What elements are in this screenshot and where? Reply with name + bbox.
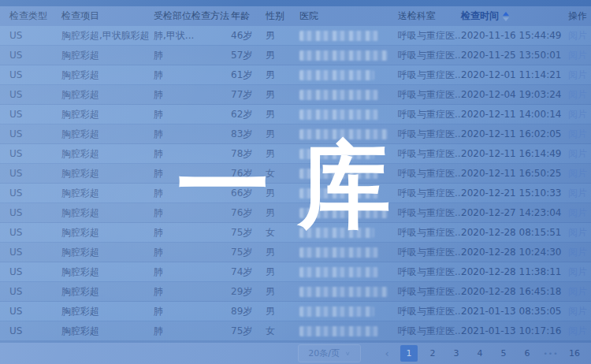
view-images-link[interactable]: 阅片 xyxy=(568,128,587,139)
view-images-link[interactable]: 阅片 xyxy=(568,207,587,218)
column-header-actions: 操作 xyxy=(557,9,591,23)
cell-exam-time: 2021-01-13 08:35:05 xyxy=(450,306,557,317)
cell-department: 呼吸与重症医... xyxy=(387,49,450,62)
cell-exam-type: US xyxy=(0,266,50,277)
cell-department: 呼吸与重症医... xyxy=(387,246,450,259)
cell-body-part: 肺 xyxy=(143,206,180,220)
cell-exam-type: US xyxy=(0,325,50,336)
prev-page-button[interactable]: ‹ xyxy=(378,345,396,362)
cell-hospital xyxy=(288,31,387,41)
view-images-link[interactable]: 阅片 xyxy=(568,286,587,297)
cell-department: 呼吸与重症医... xyxy=(387,88,450,102)
hospital-redacted-blur xyxy=(299,247,378,258)
cell-exam-time: 2020-12-11 16:02:05 xyxy=(450,128,557,139)
table-row: US 胸腔彩超 肺 89岁 男 呼吸与重症医... 2021-01-13 08:… xyxy=(0,302,591,321)
more-pages-button[interactable]: ••• xyxy=(542,345,559,362)
cell-gender: 男 xyxy=(255,285,288,299)
cell-gender: 男 xyxy=(255,69,288,82)
table-row: US 胸腔彩超 肺 62岁 男 呼吸与重症医... 2020-12-11 14:… xyxy=(0,105,591,124)
hospital-redacted-blur xyxy=(299,306,374,317)
cell-hospital xyxy=(288,306,387,317)
cell-exam-type: US xyxy=(0,286,50,297)
page-button-6[interactable]: 6 xyxy=(519,345,536,362)
cell-exam-type: US xyxy=(0,30,50,41)
cell-exam-time: 2020-12-04 19:03:24 xyxy=(450,89,557,100)
cell-exam-item: 胸腔彩超 xyxy=(50,226,143,240)
page-button-4[interactable]: 4 xyxy=(471,345,489,362)
hospital-redacted-blur xyxy=(299,31,378,41)
hospital-redacted-blur xyxy=(299,50,388,61)
column-header-age: 年龄 xyxy=(220,9,255,23)
view-images-link[interactable]: 阅片 xyxy=(568,247,587,258)
cell-exam-type: US xyxy=(0,89,50,100)
page-size-select[interactable]: 20条/页 ∨ xyxy=(298,344,361,362)
cell-age: 62岁 xyxy=(220,108,255,121)
page-button-3[interactable]: 3 xyxy=(448,345,465,362)
cell-exam-item: 胸腔彩超 xyxy=(50,49,143,62)
view-images-link[interactable]: 阅片 xyxy=(568,168,587,179)
column-header-exam-item: 检查项目 xyxy=(50,9,143,23)
pagination-bar: 20条/页 ∨ ‹ 123456•••16 xyxy=(0,341,591,364)
cell-gender: 男 xyxy=(255,49,288,62)
cell-exam-item: 胸腔彩超,甲状腺彩超 xyxy=(50,29,143,43)
cell-body-part: 肺 xyxy=(143,187,180,200)
cell-exam-item: 胸腔彩超 xyxy=(50,128,143,141)
view-images-link[interactable]: 阅片 xyxy=(568,69,587,80)
cell-exam-type: US xyxy=(0,148,50,159)
page-size-label: 20条/页 xyxy=(308,347,340,359)
cell-age: 46岁 xyxy=(220,29,255,43)
sort-caret[interactable] xyxy=(503,12,509,21)
cell-exam-item: 胸腔彩超 xyxy=(50,325,143,338)
cell-exam-time: 2020-12-28 08:15:51 xyxy=(450,227,557,238)
cell-exam-type: US xyxy=(0,188,50,199)
cell-exam-time: 2020-12-28 11:38:11 xyxy=(450,266,557,277)
cell-age: 29岁 xyxy=(220,285,255,299)
cell-age: 57岁 xyxy=(220,49,255,62)
page-button-1[interactable]: 1 xyxy=(400,345,418,362)
cell-exam-item: 胸腔彩超 xyxy=(50,69,143,82)
cell-age: 75岁 xyxy=(220,325,255,338)
cell-body-part: 肺 xyxy=(143,226,180,240)
view-images-link[interactable]: 阅片 xyxy=(568,325,587,336)
hospital-redacted-blur xyxy=(299,267,378,277)
hospital-redacted-blur xyxy=(299,110,378,120)
cell-body-part: 肺 xyxy=(143,108,180,121)
cell-department: 呼吸与重症医... xyxy=(387,108,450,121)
column-header-body-part: 受检部位 xyxy=(143,9,180,23)
column-header-exam-type: 检查类型 xyxy=(0,9,50,23)
hospital-redacted-blur xyxy=(299,70,374,80)
cell-body-part: 肺 xyxy=(143,69,180,82)
view-images-link[interactable]: 阅片 xyxy=(568,30,587,41)
cell-hospital xyxy=(288,247,387,258)
view-images-link[interactable]: 阅片 xyxy=(568,109,587,120)
cell-body-part: 肺 xyxy=(143,285,180,299)
view-images-link[interactable]: 阅片 xyxy=(568,306,587,317)
view-images-link[interactable]: 阅片 xyxy=(568,148,587,159)
cell-exam-time: 2020-12-27 14:23:04 xyxy=(450,207,557,218)
column-header-exam-time[interactable]: 检查时间 xyxy=(450,9,557,23)
cell-exam-time: 2021-01-13 10:17:16 xyxy=(450,325,557,336)
cell-hospital xyxy=(288,110,387,120)
cell-gender: 男 xyxy=(255,305,288,318)
cell-age: 61岁 xyxy=(220,69,255,82)
view-images-link[interactable]: 阅片 xyxy=(568,188,587,199)
cell-exam-type: US xyxy=(0,50,50,61)
table-row: US 胸腔彩超,甲状腺彩超 肺,甲状... 46岁 男 呼吸与重症医... 20… xyxy=(0,26,591,46)
view-images-link[interactable]: 阅片 xyxy=(568,266,587,277)
cell-hospital xyxy=(288,287,387,297)
view-images-link[interactable]: 阅片 xyxy=(568,89,587,100)
page-button-16[interactable]: 16 xyxy=(566,345,583,362)
cell-gender: 男 xyxy=(255,246,288,259)
exam-list-screen: 检查类型 检查项目 受检部位 检查方法 年龄 性别 医院 送检科室 检查时间 操… xyxy=(0,0,591,364)
page-buttons: 123456•••16 xyxy=(397,345,586,362)
page-button-2[interactable]: 2 xyxy=(424,345,441,362)
cell-exam-type: US xyxy=(0,168,50,179)
page-button-5[interactable]: 5 xyxy=(495,345,512,362)
exam-time-header-label: 检查时间 xyxy=(461,9,499,23)
cell-exam-time: 2020-12-11 14:00:14 xyxy=(450,109,557,120)
cell-exam-type: US xyxy=(0,207,50,218)
cell-department: 呼吸与重症医... xyxy=(387,325,450,338)
view-images-link[interactable]: 阅片 xyxy=(568,50,587,61)
view-images-link[interactable]: 阅片 xyxy=(568,227,587,238)
cell-department: 呼吸与重症医... xyxy=(387,285,450,299)
